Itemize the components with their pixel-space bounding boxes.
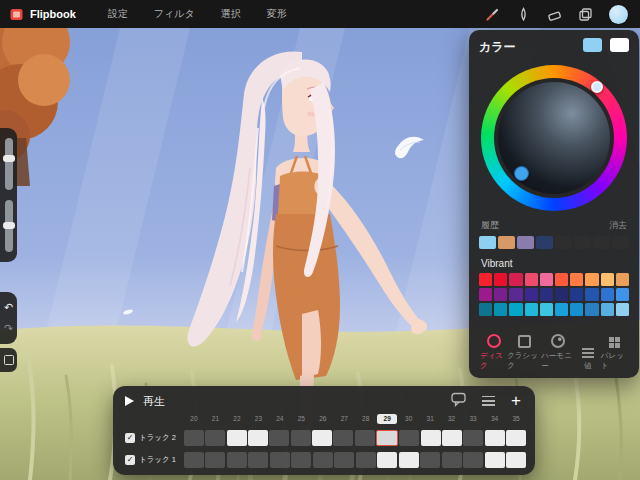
frame-number-26[interactable]: 26 bbox=[313, 414, 333, 424]
palette-color[interactable] bbox=[555, 273, 568, 286]
frame-cell-23[interactable] bbox=[248, 430, 268, 446]
frame-number-29[interactable]: 29 bbox=[377, 414, 397, 424]
comment-icon[interactable] bbox=[451, 392, 466, 411]
palette-color[interactable] bbox=[540, 288, 553, 301]
frame-cell-23[interactable] bbox=[248, 452, 268, 468]
frame-cell-35[interactable] bbox=[506, 430, 526, 446]
tab-palette[interactable]: パレット bbox=[601, 337, 628, 371]
frame-cell-22[interactable] bbox=[227, 430, 247, 446]
slider-handle[interactable] bbox=[3, 222, 15, 229]
modify-button[interactable] bbox=[0, 348, 17, 372]
add-frame-button[interactable]: + bbox=[511, 394, 521, 408]
frame-cell-33[interactable] bbox=[463, 452, 483, 468]
palette-color[interactable] bbox=[616, 273, 629, 286]
palette-color[interactable] bbox=[616, 303, 629, 316]
frame-cell-26[interactable] bbox=[313, 452, 333, 468]
frame-number-35[interactable]: 35 bbox=[506, 414, 526, 424]
palette-color[interactable] bbox=[494, 273, 507, 286]
history-swatch[interactable] bbox=[574, 236, 591, 249]
frame-cell-32[interactable] bbox=[442, 452, 462, 468]
menu-transform[interactable]: 変形 bbox=[267, 7, 287, 21]
history-swatch[interactable] bbox=[536, 236, 553, 249]
frame-cell-21[interactable] bbox=[205, 430, 225, 446]
palette-color[interactable] bbox=[525, 288, 538, 301]
slider-handle[interactable] bbox=[3, 155, 15, 162]
tab-harmony[interactable]: ハーモニー bbox=[541, 334, 575, 371]
frame-cell-26[interactable] bbox=[312, 430, 332, 446]
frame-cell-33[interactable] bbox=[463, 430, 483, 446]
history-swatch[interactable] bbox=[498, 236, 515, 249]
history-swatch[interactable] bbox=[479, 236, 496, 249]
play-button[interactable]: 再生 bbox=[125, 394, 165, 409]
frame-cell-34[interactable] bbox=[485, 452, 505, 468]
frame-number-28[interactable]: 28 bbox=[356, 414, 376, 424]
frame-cell-35[interactable] bbox=[506, 452, 526, 468]
frame-cell-24[interactable] bbox=[270, 452, 290, 468]
frame-cell-21[interactable] bbox=[205, 452, 225, 468]
frame-number-25[interactable]: 25 bbox=[291, 414, 311, 424]
frame-number-23[interactable]: 23 bbox=[248, 414, 268, 424]
redo-icon[interactable]: ↷ bbox=[4, 322, 13, 335]
frame-cell-30[interactable] bbox=[399, 452, 419, 468]
track-visibility-checkbox[interactable]: ✓ bbox=[125, 455, 135, 465]
menu-filter[interactable]: フィルタ bbox=[154, 7, 195, 21]
palette-color[interactable] bbox=[479, 273, 492, 286]
palette-color[interactable] bbox=[540, 303, 553, 316]
history-swatch[interactable] bbox=[612, 236, 629, 249]
frame-cell-24[interactable] bbox=[269, 430, 289, 446]
secondary-color-swatch[interactable] bbox=[610, 38, 629, 52]
palette-color[interactable] bbox=[585, 288, 598, 301]
frame-number-21[interactable]: 21 bbox=[205, 414, 225, 424]
brush-icon[interactable] bbox=[516, 7, 531, 22]
menu-select[interactable]: 選択 bbox=[221, 7, 241, 21]
frame-cell-29[interactable] bbox=[377, 452, 397, 468]
menu-settings[interactable]: 設定 bbox=[108, 7, 128, 21]
palette-color[interactable] bbox=[525, 303, 538, 316]
track-list-icon[interactable] bbox=[482, 396, 495, 406]
flipbook-icon[interactable] bbox=[10, 8, 23, 21]
brush-size-slider[interactable] bbox=[5, 138, 13, 190]
history-swatch[interactable] bbox=[593, 236, 610, 249]
palette-color[interactable] bbox=[509, 288, 522, 301]
frame-cell-30[interactable] bbox=[399, 430, 419, 446]
frame-number-20[interactable]: 20 bbox=[184, 414, 204, 424]
frame-number-34[interactable]: 34 bbox=[485, 414, 505, 424]
current-color-swatch[interactable] bbox=[609, 5, 628, 24]
history-swatch[interactable] bbox=[555, 236, 572, 249]
tab-disc[interactable]: ディスク bbox=[480, 334, 507, 371]
palette-color[interactable] bbox=[555, 288, 568, 301]
eraser-icon[interactable] bbox=[547, 7, 562, 22]
frame-number-24[interactable]: 24 bbox=[270, 414, 290, 424]
app-title[interactable]: Flipbook bbox=[30, 8, 76, 20]
palette-color[interactable] bbox=[601, 288, 614, 301]
tab-classic[interactable]: クラシック bbox=[507, 335, 541, 371]
frame-number-32[interactable]: 32 bbox=[442, 414, 462, 424]
color-indicator[interactable] bbox=[514, 166, 529, 181]
palette-color[interactable] bbox=[555, 303, 568, 316]
palette-color[interactable] bbox=[540, 273, 553, 286]
frame-cell-22[interactable] bbox=[227, 452, 247, 468]
frame-number-30[interactable]: 30 bbox=[399, 414, 419, 424]
brush-opacity-slider[interactable] bbox=[5, 200, 13, 252]
layers-icon[interactable] bbox=[578, 7, 593, 22]
palette-color[interactable] bbox=[509, 303, 522, 316]
primary-color-swatch[interactable] bbox=[583, 38, 602, 52]
frame-number-31[interactable]: 31 bbox=[420, 414, 440, 424]
palette-color[interactable] bbox=[616, 288, 629, 301]
palette-color[interactable] bbox=[570, 288, 583, 301]
palette-color[interactable] bbox=[479, 303, 492, 316]
frame-number-27[interactable]: 27 bbox=[334, 414, 354, 424]
palette-color[interactable] bbox=[601, 303, 614, 316]
frame-cell-20[interactable] bbox=[184, 430, 204, 446]
frame-cell-20[interactable] bbox=[184, 452, 204, 468]
palette-color[interactable] bbox=[479, 288, 492, 301]
frame-cell-27[interactable] bbox=[333, 430, 353, 446]
palette-color[interactable] bbox=[494, 303, 507, 316]
frame-cell-28[interactable] bbox=[356, 452, 376, 468]
paint-icon[interactable] bbox=[485, 7, 500, 22]
palette-color[interactable] bbox=[494, 288, 507, 301]
frame-cell-25[interactable] bbox=[291, 430, 311, 446]
palette-color[interactable] bbox=[585, 273, 598, 286]
palette-color[interactable] bbox=[570, 273, 583, 286]
palette-color[interactable] bbox=[601, 273, 614, 286]
